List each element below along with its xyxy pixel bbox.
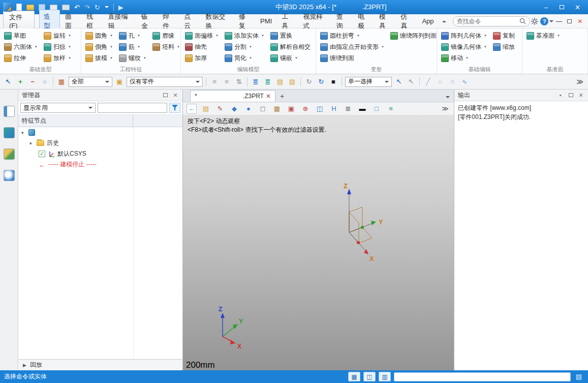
distribute-icon[interactable]: ≡ [222,77,232,87]
ribbon-button-copy[interactable]: 复制 [492,30,518,41]
output-log[interactable]: 已创建零件 [www.x6g.com] [零件001.Z3PRT]关闭成功. [454,101,588,370]
ribbon-button-stock[interactable]: 坯料▼ [151,41,181,52]
ribbon-button-draft[interactable]: 拔模▼ [84,52,114,64]
stop-arrow-icon[interactable]: ← [39,161,46,169]
ribbon-button-shell[interactable]: 抽壳 [184,41,220,52]
expander-icon[interactable]: ▾ [21,130,26,135]
ribbon-button-scale[interactable]: 缩放 [492,41,518,52]
document-tab[interactable]: * .Z3PRT ✕ [190,90,275,102]
float-panel-icon[interactable] [162,92,169,98]
folder-open-icon[interactable]: ▤ [287,77,297,87]
document-minimize-button[interactable]: — [554,17,564,26]
new-tab-button[interactable]: + [275,90,289,102]
ribbon-button-divide[interactable]: 分割▼ [224,41,265,52]
ribbon-button-sweep[interactable]: 扫掠▼ [43,41,72,52]
ribbon-button-extrude[interactable]: 拉伸 [3,52,39,64]
filter-funnel-button[interactable] [169,103,180,113]
visual-gem-icon[interactable]: ◆ [229,104,239,114]
lasso-pick-icon[interactable]: ○ [40,77,50,87]
document-restore-button[interactable] [565,17,575,26]
spline-tool-icon[interactable]: ∿ [459,77,470,87]
minimize-button[interactable]: – [539,2,553,12]
regen-part-icon[interactable]: ↻ [316,77,326,87]
pick-mode-combo[interactable]: 单一选择 [345,77,392,87]
ribbon-button-lip[interactable]: 唇缘 [151,30,181,41]
ribbon-button-hole[interactable]: 孔▼ [118,30,147,41]
tree-row-part-root[interactable]: ▾ [18,127,182,138]
toolbar-overflow-icon[interactable]: ≫ [575,77,585,87]
tree-row-model-stop[interactable]: ← ----- 建模停止 ----- [18,159,182,170]
x-handle-dot[interactable] [357,241,360,244]
ribbon-button-chamfer[interactable]: 倒角▼ [84,41,114,52]
background-toggle-icon[interactable]: □ [372,104,382,114]
tab-list-chevron-icon[interactable] [446,96,450,100]
split-view-icon[interactable]: ◫ [363,372,376,381]
ribbon-button-deform-by-point[interactable]: 由指定点开始变形▼ [319,41,385,52]
ribbon-button-datum-plane[interactable]: 基准面▼ [525,30,561,41]
document-close-button[interactable]: ✕ [575,17,585,26]
collapse-ribbon-icon[interactable] [442,18,446,22]
select-mode-icon[interactable]: ↖ [3,77,13,87]
ribbon-button-move[interactable]: 移动▼ [440,52,488,64]
stop-icon[interactable]: ■ [328,77,338,87]
arc-tool-icon[interactable]: ∩ [447,77,457,87]
expander-icon[interactable]: ▾ [29,141,34,146]
help-dropdown-icon[interactable] [549,20,553,24]
open-file-icon[interactable] [26,5,34,10]
close-tab-icon[interactable]: ✕ [266,93,271,100]
display-stack-icon[interactable]: ≡ [386,104,396,114]
close-panel-icon[interactable]: ✕ [172,92,179,99]
ribbon-button-add-shape[interactable]: 添加实体▼ [224,30,265,41]
scope-filter-combo[interactable]: 仅有零件 [127,77,203,87]
list-view-icon[interactable]: ≣ [251,77,261,87]
align-icon[interactable]: ≡ [209,77,220,87]
tab-pmi[interactable]: PMI [256,15,276,27]
ribbon-button-loft[interactable]: 放样▼ [43,52,72,64]
grid-toggle-icon[interactable]: ▦ [348,372,360,381]
status-input[interactable] [394,372,571,381]
replay-section[interactable]: ▶ 回放 [18,359,182,370]
cursor-secondary-icon[interactable]: ↖ [406,77,416,87]
view-window-icon[interactable]: ◫ [315,104,325,114]
ribbon-button-face-offset[interactable]: 面偏移▼ [184,30,220,41]
wireframe-display-icon[interactable]: ◻ [258,104,268,114]
maximize-button[interactable] [554,2,569,12]
ribbon-button-thread[interactable]: 螺纹▼ [118,52,147,64]
tree-row-history[interactable]: ▾ 历史 [18,138,182,149]
ribbon-button-simplify[interactable]: 简化▼ [224,52,265,64]
print-icon[interactable] [50,5,57,10]
solid-view-icon[interactable] [4,127,15,138]
ribbon-button-emboss[interactable]: 镶嵌▼ [269,52,314,64]
folder-icon[interactable]: ▤ [275,77,285,87]
part-filter-icon[interactable]: ▣ [114,77,125,87]
ribbon-button-replace[interactable]: 置换 [269,30,314,41]
ribbon-button-cylindrical-bend[interactable]: 圆柱折弯▼ [319,30,385,41]
display-filter-combo[interactable]: 显示常用 [20,103,96,113]
filter-grid-icon[interactable]: ▦ [56,77,67,87]
new-file-icon[interactable] [16,4,22,11]
keyboard-panel-icon[interactable]: ▤ [574,373,584,380]
close-button[interactable]: ✕ [570,2,585,12]
pin-panel-icon[interactable]: ▪ [557,92,564,98]
ribbon-button-fillet[interactable]: 圆角▼ [84,30,114,41]
history-replay-icon[interactable]: ↻ [304,77,314,87]
ribbon-button-resolve-self-intersection[interactable]: 解析自相交 [269,41,314,52]
gear-icon[interactable] [531,16,540,26]
rendered-display-icon[interactable]: ▣ [286,104,296,114]
line-tool-icon[interactable]: ╱ [423,77,433,87]
tree-row-default-csys[interactable]: ✓ 默认CSYS [18,149,182,159]
y-handle-dot[interactable] [361,226,364,229]
ribbon-button-revolve[interactable]: 旋转▼ [43,30,72,41]
remove-pick-icon[interactable]: − [27,77,38,87]
cursor-icon[interactable]: ↖ [394,77,404,87]
tree-search-input[interactable] [98,103,167,113]
ribbon-button-pattern-geometry[interactable]: 阵列几何体▼ [440,30,488,41]
add-pick-icon[interactable]: + [15,77,25,87]
faceted-display-icon[interactable]: ▦ [272,104,282,114]
checkbox-checked-icon[interactable]: ✓ [39,151,45,157]
annotate-icon[interactable]: ✎ [215,104,225,114]
manager-panel-icon[interactable] [4,106,15,117]
app-logo-icon[interactable] [3,3,12,12]
table-view-icon[interactable]: ▥ [379,372,391,381]
line-width-icon[interactable]: ▬ [357,104,367,114]
